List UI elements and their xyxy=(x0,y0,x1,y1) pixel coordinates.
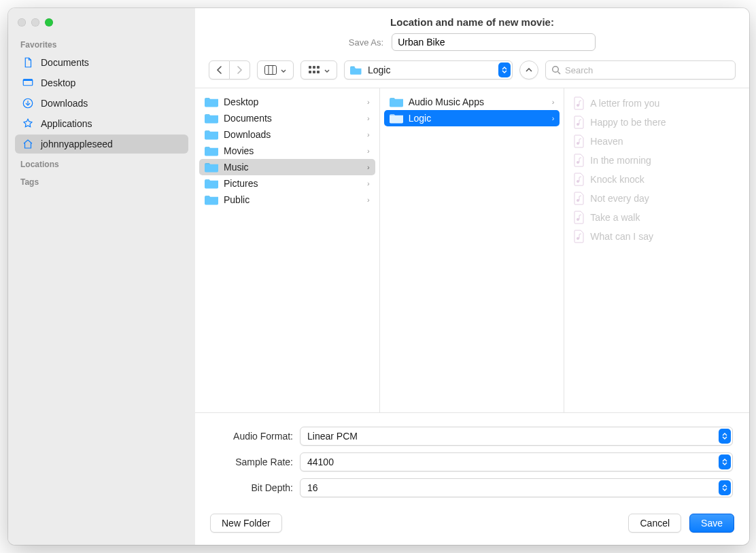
file-row: Happy to be there xyxy=(568,113,745,132)
view-columns-button[interactable] xyxy=(257,60,294,79)
folder-row[interactable]: Logic› xyxy=(384,110,560,126)
svg-point-21 xyxy=(577,237,579,240)
columns-icon xyxy=(264,65,277,75)
svg-point-19 xyxy=(577,199,579,202)
folder-row[interactable]: Music› xyxy=(199,159,375,175)
audio-file-icon xyxy=(574,211,585,224)
collapse-button[interactable] xyxy=(519,60,538,79)
zoom-window-button[interactable] xyxy=(45,18,53,26)
column-browser: Desktop›Documents›Downloads›Movies›Music… xyxy=(195,88,749,413)
browser-column-1: Audio Music Apps›Logic› xyxy=(380,88,565,412)
svg-point-14 xyxy=(577,104,579,107)
path-label: Logic xyxy=(368,65,493,75)
updown-icon xyxy=(719,429,731,444)
svg-line-13 xyxy=(558,72,561,75)
export-options: Audio Format: Linear PCM Sample Rate: 44… xyxy=(195,413,749,504)
sample-rate-select[interactable]: 44100 xyxy=(300,452,733,471)
svg-rect-10 xyxy=(313,71,315,73)
nav-forward-button[interactable] xyxy=(230,60,250,79)
updown-icon xyxy=(719,480,731,495)
svg-point-18 xyxy=(577,180,579,183)
row-label: Logic xyxy=(409,113,431,124)
sidebar-item-label: Downloads xyxy=(41,98,88,109)
svg-rect-7 xyxy=(313,66,315,69)
audio-file-icon xyxy=(574,115,585,129)
row-label: Desktop xyxy=(224,96,258,107)
sidebar-item-applications[interactable]: Applications xyxy=(15,114,188,133)
row-label: In the morning xyxy=(590,155,651,166)
chevron-right-icon xyxy=(237,66,243,74)
folder-icon xyxy=(205,129,218,140)
sidebar-item-downloads[interactable]: Downloads xyxy=(15,94,188,113)
search-field[interactable] xyxy=(545,60,736,79)
row-label: Pictures xyxy=(224,178,258,189)
folder-row[interactable]: Downloads› xyxy=(199,126,375,143)
group-by-button[interactable] xyxy=(300,60,337,79)
audio-file-icon xyxy=(574,192,585,205)
chevron-right-icon: › xyxy=(552,98,555,106)
document-icon xyxy=(22,56,34,69)
file-row: Not every day xyxy=(568,189,745,208)
dialog-footer: New Folder Cancel Save xyxy=(195,504,749,545)
sidebar-item-label: Desktop xyxy=(41,77,75,88)
sidebar-item-documents[interactable]: Documents xyxy=(15,53,188,72)
audio-format-label: Audio Format: xyxy=(211,431,293,442)
row-label: Audio Music Apps xyxy=(409,96,484,107)
folder-row[interactable]: Pictures› xyxy=(199,175,375,192)
sidebar-item-home[interactable]: johnnyappleseed xyxy=(15,135,188,154)
chevron-right-icon: › xyxy=(367,179,370,188)
search-input[interactable] xyxy=(565,65,729,75)
folder-icon xyxy=(350,65,362,75)
file-row: Knock knock xyxy=(568,170,745,189)
folder-row[interactable]: Desktop› xyxy=(199,94,375,110)
folder-row[interactable]: Documents› xyxy=(199,110,375,126)
sample-rate-row: Sample Rate: 44100 xyxy=(211,452,733,471)
audio-file-icon xyxy=(574,230,585,243)
svg-rect-1 xyxy=(23,79,33,81)
chevron-down-icon xyxy=(281,65,286,75)
bit-depth-select[interactable]: 16 xyxy=(300,478,733,497)
folder-row[interactable]: Public› xyxy=(199,192,375,208)
folder-row[interactable]: Movies› xyxy=(199,143,375,159)
file-row: Heaven xyxy=(568,132,745,151)
row-label: Knock knock xyxy=(590,174,644,185)
sample-rate-label: Sample Rate: xyxy=(211,457,293,467)
cancel-button[interactable]: Cancel xyxy=(628,514,681,533)
chevron-right-icon: › xyxy=(367,196,370,204)
new-folder-button[interactable]: New Folder xyxy=(210,514,282,533)
sidebar-item-label: Documents xyxy=(41,57,89,68)
audio-file-icon xyxy=(574,96,585,110)
audio-file-icon xyxy=(574,173,585,186)
bit-depth-row: Bit Depth: 16 xyxy=(211,478,733,497)
row-label: Not every day xyxy=(590,193,649,204)
file-row: Take a walk xyxy=(568,208,745,227)
home-icon xyxy=(22,138,34,150)
row-label: Take a walk xyxy=(590,212,640,223)
file-row: A letter from you xyxy=(568,94,745,113)
nav-back-button[interactable] xyxy=(209,60,230,79)
row-label: Downloads xyxy=(224,129,271,140)
updown-icon xyxy=(719,454,731,469)
path-selector[interactable]: Logic xyxy=(344,60,513,79)
folder-icon xyxy=(390,96,403,107)
svg-rect-11 xyxy=(317,71,320,73)
sidebar-section-locations: Locations xyxy=(8,154,195,172)
file-row: What can I say xyxy=(568,227,745,246)
folder-row[interactable]: Audio Music Apps› xyxy=(384,94,560,110)
folder-icon xyxy=(390,113,403,124)
save-as-input[interactable] xyxy=(392,33,596,51)
audio-format-select[interactable]: Linear PCM xyxy=(300,427,733,446)
sidebar-item-desktop[interactable]: Desktop xyxy=(15,73,188,92)
browser-column-2: A letter from youHappy to be thereHeaven… xyxy=(564,88,749,412)
grid-icon xyxy=(308,65,320,75)
desktop-icon xyxy=(22,77,34,89)
row-label: Movies xyxy=(224,145,254,156)
chevron-right-icon: › xyxy=(367,98,370,106)
folder-icon xyxy=(205,145,218,156)
minimize-window-button[interactable] xyxy=(31,18,39,26)
save-button[interactable]: Save xyxy=(689,514,734,533)
sidebar: Favorites Documents Desktop Downloads Ap… xyxy=(8,8,195,545)
svg-rect-6 xyxy=(309,66,311,69)
close-window-button[interactable] xyxy=(18,18,26,26)
folder-icon xyxy=(205,178,218,189)
